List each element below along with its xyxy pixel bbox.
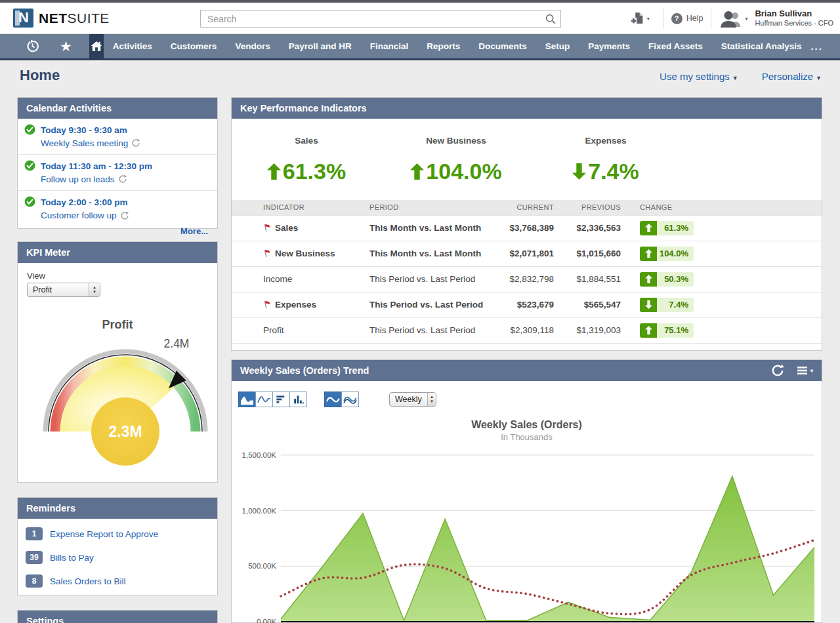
change-badge: 75.1%	[640, 323, 694, 338]
page-title-row: Home Use my settings▼ Personalize▼	[0, 60, 840, 93]
nav-documents[interactable]: Documents	[469, 41, 536, 51]
nav-fixed-assets[interactable]: Fixed Assets	[639, 41, 712, 51]
gauge-target-label: 2.4M	[164, 337, 190, 350]
header-actions: ▾ ? Help ▾ Brian Sullivan Huffman Servic…	[624, 3, 833, 34]
page-title: Home	[20, 67, 60, 84]
netsuite-logo-icon: N	[13, 9, 33, 28]
nav-statistical-analysis[interactable]: Statistical Analysis	[712, 41, 811, 51]
reminder-item: 8 Sales Orders to Bill	[18, 569, 217, 593]
reminder-count-badge: 39	[26, 551, 43, 564]
main-nav: ★ Activities Customers Vendors Payroll a…	[0, 34, 840, 60]
kpi-table-row[interactable]: New Business This Month vs. Last Month $…	[232, 241, 822, 266]
chart-type-hbar-button[interactable]	[272, 392, 290, 407]
trend-period-select[interactable]: Weekly ▲▼	[389, 392, 436, 407]
chevron-down-icon: ▼	[816, 75, 822, 82]
kpi-table-row[interactable]: Profit This Period vs. Last Period $2,30…	[232, 317, 822, 343]
chart-type-area-button[interactable]	[238, 392, 256, 407]
hbar-chart-icon	[275, 394, 287, 405]
search-input[interactable]	[201, 14, 541, 24]
weekly-sales-chart: 0.00K500.00K1,000.00K1,500.00K17. Feb3. …	[237, 447, 822, 623]
select-stepper-icon: ▲▼	[427, 393, 436, 406]
chart-type-line-button[interactable]	[255, 392, 273, 407]
kpi-meter-header[interactable]: KPI Meter	[18, 242, 217, 263]
calendar-event: Today 9:30 - 9:30 am Weekly Sales meetin…	[18, 119, 217, 154]
reminder-link[interactable]: Bills to Pay	[50, 553, 94, 563]
netsuite-dashboard: N NETSUITE ▾ ? Help	[0, 0, 840, 623]
user-menu[interactable]: ▾ Brian Sullivan Huffman Services - CFO	[719, 9, 833, 28]
view-label: View	[27, 271, 208, 281]
help-button[interactable]: ? Help	[671, 13, 704, 24]
reminder-count-badge: 1	[26, 527, 43, 540]
svg-text:500.00K: 500.00K	[248, 562, 276, 570]
refresh-icon[interactable]	[771, 364, 784, 377]
trend-panel-header[interactable]: Weekly Sales (Orders) Trend ▾	[232, 360, 822, 381]
personalize-link[interactable]: Personalize▼	[762, 71, 822, 82]
create-new-button[interactable]: ▾	[624, 11, 655, 26]
help-icon: ?	[671, 13, 682, 24]
trendline-single-button[interactable]	[324, 392, 342, 407]
reminder-item: 39 Bills to Pay	[18, 546, 217, 569]
event-name-link[interactable]: Customer follow up	[41, 209, 129, 222]
shortcuts-star-icon[interactable]: ★	[60, 39, 72, 53]
nav-payroll-hr[interactable]: Payroll and HR	[280, 41, 361, 51]
event-name-link[interactable]: Weekly Sales meeting	[41, 137, 140, 150]
netsuite-logo[interactable]: N NETSUITE	[13, 9, 110, 28]
up-arrow-icon	[640, 323, 657, 338]
flag-icon	[263, 300, 272, 309]
trend-panel: Weekly Sales (Orders) Trend ▾	[231, 359, 822, 623]
single-wave-icon	[326, 394, 340, 405]
change-badge: 104.0%	[640, 247, 694, 261]
up-arrow-icon	[410, 163, 424, 180]
nav-vendors[interactable]: Vendors	[226, 41, 279, 51]
kpi-table-row[interactable]: Income This Period vs. Last Period $2,83…	[232, 266, 822, 292]
kpi-table-row[interactable]: Expenses This Period vs. Last Period $52…	[232, 292, 822, 317]
kpi-summary-expenses[interactable]: Expenses 7.4%	[531, 136, 681, 184]
kpi-summary-sales[interactable]: Sales 61.3%	[232, 136, 381, 184]
use-my-settings-link[interactable]: Use my settings▼	[660, 71, 738, 82]
settings-header[interactable]: Settings	[18, 611, 217, 623]
event-time-link[interactable]: Today 9:30 - 9:30 am	[41, 124, 140, 137]
nav-overflow[interactable]: ...	[810, 41, 840, 52]
line-chart-icon	[257, 394, 271, 405]
recent-records-icon[interactable]	[25, 39, 40, 54]
change-badge: 7.4%	[640, 298, 694, 312]
nav-payments[interactable]: Payments	[579, 41, 639, 51]
kpi-table-row[interactable]: Sales This Month vs. Last Month $3,768,3…	[232, 215, 822, 241]
trendline-double-button[interactable]	[341, 392, 359, 407]
calendar-more-link[interactable]: More...	[180, 226, 208, 236]
kpi-panel-header[interactable]: Key Performance Indicators	[232, 98, 822, 119]
nav-reports[interactable]: Reports	[417, 41, 469, 51]
kpi-summary-new-business[interactable]: New Business 104.0%	[381, 136, 531, 184]
reminders-panel: Reminders 1 Expense Report to Approve 39…	[17, 497, 218, 595]
event-time-link[interactable]: Today 11:30 am - 12:30 pm	[41, 160, 152, 173]
recurring-icon	[131, 138, 140, 148]
search-icon[interactable]	[541, 13, 560, 25]
kpi-meter-panel: KPI Meter View Profit ▲▼ Profit	[17, 241, 218, 483]
nav-activities[interactable]: Activities	[104, 41, 161, 51]
reminder-link[interactable]: Expense Report to Approve	[50, 529, 158, 539]
nav-customers[interactable]: Customers	[161, 41, 226, 51]
kpi-view-select[interactable]: Profit ▲▼	[27, 283, 100, 297]
nav-financial[interactable]: Financial	[361, 41, 418, 51]
nav-setup[interactable]: Setup	[536, 41, 579, 51]
chart-type-column-button[interactable]	[289, 392, 307, 407]
event-time-link[interactable]: Today 2:00 - 3:00 pm	[41, 196, 129, 209]
up-arrow-icon	[640, 221, 657, 235]
divider	[711, 8, 711, 29]
reminder-link[interactable]: Sales Orders to Bill	[50, 576, 126, 586]
user-name: Brian Sullivan	[755, 9, 833, 19]
flag-icon	[263, 224, 272, 232]
recurring-icon	[120, 211, 129, 220]
event-name-link[interactable]: Follow up on leads	[41, 173, 152, 186]
calendar-event: Today 11:30 am - 12:30 pm Follow up on l…	[18, 154, 217, 190]
calendar-activities-header[interactable]: Calendar Activities	[18, 98, 217, 119]
change-badge: 61.3%	[640, 221, 694, 235]
chevron-down-icon: ▾	[745, 16, 747, 22]
panel-menu-icon[interactable]: ▾	[797, 366, 813, 375]
tab-home[interactable]	[89, 33, 104, 60]
kpi-table: INDICATOR PERIOD CURRENT PREVIOUS CHANGE…	[232, 200, 822, 344]
reminders-header[interactable]: Reminders	[18, 498, 217, 519]
reminder-count-badge: 8	[26, 574, 43, 588]
svg-text:1,000.00K: 1,000.00K	[242, 507, 277, 515]
home-icon	[89, 39, 104, 54]
